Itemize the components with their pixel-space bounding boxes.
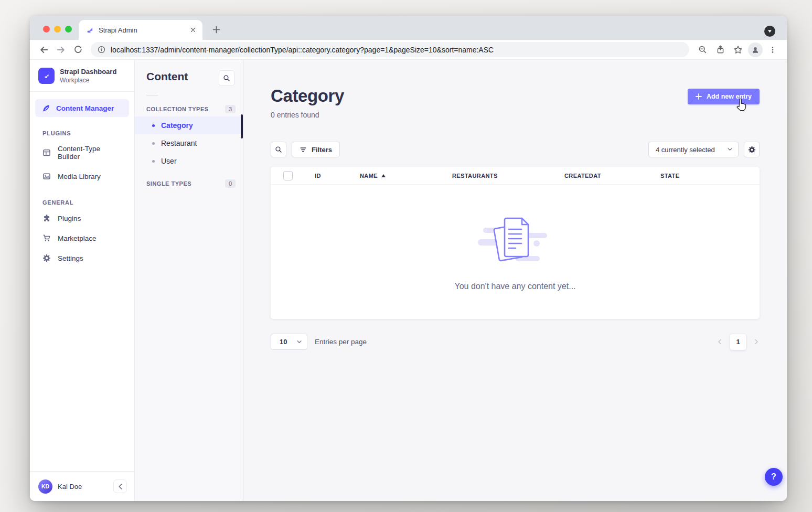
browser-menu-icon[interactable]	[765, 42, 781, 58]
add-new-entry-button[interactable]: Add new entry	[688, 89, 760, 104]
browser-toolbar: localhost:1337/admin/content-manager/col…	[30, 40, 787, 60]
sidebar-item-plugins[interactable]: Plugins	[30, 208, 134, 228]
browser-window: Strapi Admin localhost:1337/admin/conten…	[30, 16, 787, 501]
entries-count: 0 entries found	[271, 111, 344, 119]
fields-select-value: 4 currently selected	[656, 146, 715, 154]
url-bar[interactable]: localhost:1337/admin/content-manager/col…	[91, 42, 689, 57]
subnav-item-category[interactable]: Category	[135, 116, 243, 134]
empty-content-illustration	[476, 213, 554, 268]
filter-icon	[300, 146, 307, 153]
column-header-restaurants[interactable]: RESTAURANTS	[452, 173, 564, 179]
strapi-app: Strapi Dashboard Workplace Content Manag…	[30, 60, 787, 501]
help-button[interactable]: ?	[765, 468, 783, 486]
subnav-item-restaurant[interactable]: Restaurant	[135, 134, 243, 152]
bookmark-star-icon[interactable]	[730, 42, 746, 58]
table-search-button[interactable]	[271, 142, 286, 157]
table-settings-button[interactable]	[744, 142, 760, 157]
maximize-window-button[interactable]	[65, 26, 72, 33]
edit-feather-icon	[42, 104, 50, 112]
fields-select[interactable]: 4 currently selected	[648, 142, 739, 157]
column-header-label: NAME	[360, 173, 378, 179]
brand-title: Strapi Dashboard	[60, 68, 116, 77]
chevron-down-icon	[728, 148, 732, 151]
brand-subtitle: Workplace	[60, 77, 116, 84]
next-page-icon[interactable]	[754, 339, 758, 345]
main-sidebar: Strapi Dashboard Workplace Content Manag…	[30, 60, 135, 501]
browser-profile-avatar[interactable]	[748, 42, 763, 57]
subnav-item-label: Restaurant	[161, 139, 197, 147]
cart-icon	[42, 234, 51, 242]
column-header-name[interactable]: NAME	[360, 173, 452, 179]
user-block: KD Kai Doe	[30, 471, 134, 501]
count-badge: 3	[225, 105, 236, 113]
forward-icon[interactable]	[53, 42, 69, 58]
group-label: COLLECTION TYPES	[146, 106, 209, 112]
select-all-checkbox[interactable]	[283, 171, 293, 180]
column-header-id[interactable]: ID	[315, 173, 360, 179]
new-tab-button[interactable]	[208, 22, 224, 37]
gear-icon	[748, 146, 756, 154]
zoom-out-icon[interactable]	[695, 42, 710, 58]
sidebar-item-label: Media Library	[58, 173, 101, 180]
image-icon	[42, 172, 51, 180]
plugins-section: PLUGINS Content-Type Builder Media Libra…	[30, 130, 134, 186]
minimize-window-button[interactable]	[54, 26, 61, 33]
main-content: Category 0 entries found Add new entry	[243, 60, 787, 501]
site-info-icon[interactable]	[98, 46, 105, 54]
sidebar-item-media-library[interactable]: Media Library	[30, 166, 134, 186]
gear-icon	[42, 254, 51, 262]
sidebar-item-content-manager[interactable]: Content Manager	[35, 99, 129, 117]
count-badge: 0	[225, 179, 236, 188]
downloads-indicator-icon[interactable]	[764, 26, 775, 37]
reload-icon[interactable]	[70, 42, 86, 58]
column-header-state[interactable]: STATE	[660, 173, 760, 179]
filters-label: Filters	[312, 146, 332, 154]
tab-close-icon[interactable]	[188, 25, 198, 35]
share-icon[interactable]	[712, 42, 728, 58]
page-number-button[interactable]: 1	[730, 334, 746, 350]
subnav-title: Content	[146, 70, 188, 83]
column-header-createdat[interactable]: CREATEDAT	[564, 173, 660, 179]
pagination: 10 Entries per page 1	[271, 334, 760, 350]
sort-asc-icon	[381, 174, 386, 177]
close-window-button[interactable]	[43, 26, 50, 33]
toolbar-actions	[695, 42, 781, 58]
page-size-value: 10	[280, 338, 297, 346]
user-avatar[interactable]: KD	[38, 479, 52, 494]
page-title: Category	[271, 86, 344, 106]
puzzle-icon	[42, 214, 51, 222]
page-size-select[interactable]: 10	[271, 334, 307, 350]
sidebar-item-label: Content Manager	[56, 104, 114, 112]
user-name: Kai Doe	[58, 483, 108, 490]
sidebar-item-content-type-builder[interactable]: Content-Type Builder	[30, 139, 134, 166]
browser-tab[interactable]: Strapi Admin	[79, 20, 202, 40]
plus-icon	[696, 93, 702, 100]
sidebar-item-label: Marketplace	[58, 234, 97, 242]
section-header: PLUGINS	[30, 130, 134, 136]
subnav-item-label: User	[161, 157, 177, 165]
subnav-item-label: Category	[161, 121, 193, 130]
collapse-sidebar-button[interactable]	[113, 479, 127, 493]
general-section: GENERAL Plugins Marketplace	[30, 199, 134, 268]
filters-button[interactable]: Filters	[292, 142, 340, 157]
group-label: SINGLE TYPES	[146, 180, 191, 187]
back-icon[interactable]	[36, 42, 52, 58]
empty-state-message: You don't have any content yet...	[454, 282, 575, 291]
subnav-item-user[interactable]: User	[135, 152, 243, 170]
sidebar-item-label: Plugins	[58, 215, 81, 222]
window-controls	[43, 26, 72, 33]
tab-title: Strapi Admin	[99, 26, 183, 34]
table-header-row: ID NAME RESTAURANTS CREATEDAT STATE	[271, 167, 760, 185]
sidebar-item-marketplace[interactable]: Marketplace	[30, 228, 134, 248]
sidebar-item-settings[interactable]: Settings	[30, 248, 134, 268]
single-types-header: SINGLE TYPES 0	[135, 176, 243, 191]
bullet-icon	[152, 142, 155, 145]
subnav-scrollbar[interactable]	[241, 114, 243, 138]
divider	[146, 95, 158, 95]
subnav-search-button[interactable]	[219, 70, 234, 86]
sidebar-item-label: Settings	[58, 254, 83, 262]
brand-block[interactable]: Strapi Dashboard Workplace	[30, 60, 134, 92]
bullet-icon	[152, 124, 155, 127]
section-header: GENERAL	[30, 199, 134, 206]
previous-page-icon[interactable]	[718, 339, 722, 345]
